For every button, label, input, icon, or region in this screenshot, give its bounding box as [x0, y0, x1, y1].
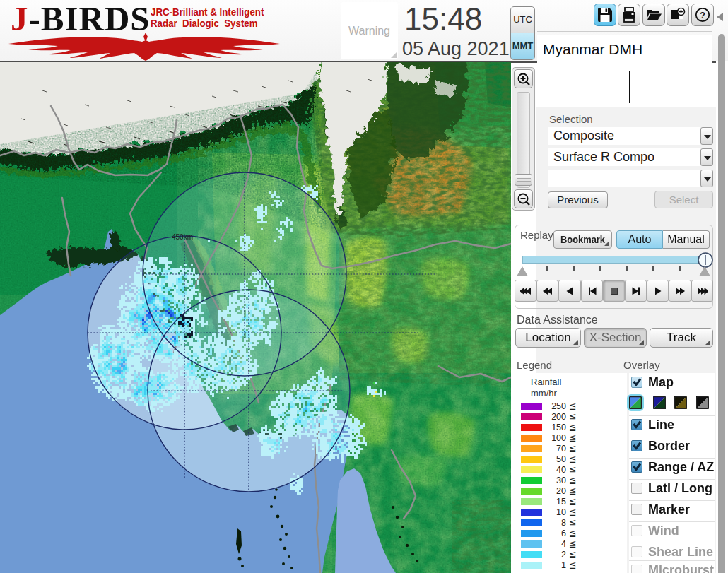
svg-text:450km: 450km	[172, 233, 193, 241]
svg-text:?: ?	[700, 10, 705, 20]
